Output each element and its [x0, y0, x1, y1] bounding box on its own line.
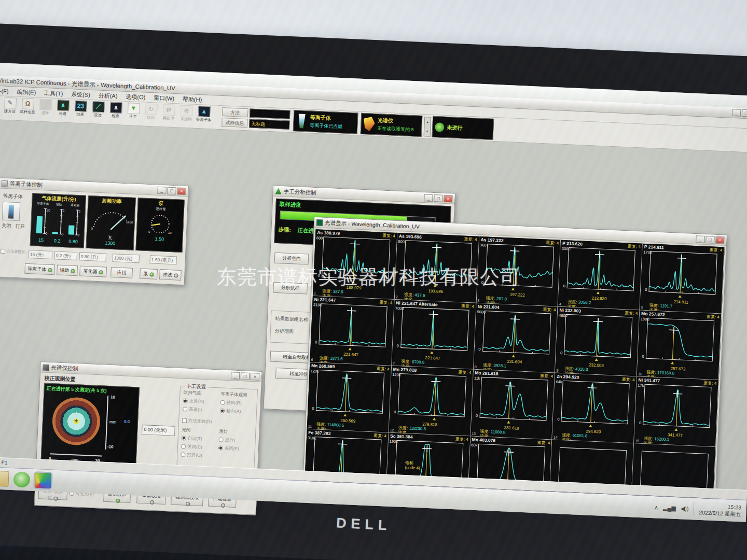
spectrum-cell-8[interactable]: Ni 231.604重复: 456000231.604强度: 3928.1浓度:… [474, 303, 558, 373]
toolbar-button-manual[interactable]: ▼手工 [124, 103, 142, 120]
plasma-param-field-2[interactable]: 0.2 (升) [54, 251, 78, 260]
mercury-lamp-option-1[interactable]: 是(Y) [218, 437, 255, 444]
analyze-blank-button[interactable]: 分析空白 [274, 253, 309, 265]
spm-minimize-button[interactable]: _ [231, 372, 240, 380]
menu-item-8[interactable]: 帮助(H) [179, 94, 206, 104]
cell-index: 10 [638, 372, 642, 376]
toolbar-button-calibrate[interactable]: ⟋校准 [89, 101, 107, 118]
spectra-maximize-button[interactable]: □ [706, 235, 715, 243]
method-params-checkbox[interactable] [1, 249, 5, 254]
toolbar-button-label: 校准 [90, 112, 106, 118]
tray-chevron-icon[interactable]: ∧ [654, 504, 659, 511]
spectrum-cell-2[interactable]: As 193.696重复: 48000193.696强度: 437.6浓度:2 [395, 233, 479, 303]
minimize-button[interactable]: _ [732, 109, 741, 117]
plasma-button-1[interactable]: 等离子体 [24, 263, 55, 275]
maximize-button[interactable]: □ [742, 109, 747, 117]
security-icon[interactable] [13, 471, 30, 487]
menu-item-2[interactable]: 编辑(E) [13, 87, 39, 97]
status-spinner[interactable]: ▲▼ [424, 117, 432, 137]
plasma-minimize-button[interactable]: _ [157, 186, 167, 194]
toolbar-button-inject[interactable]: 进样 [36, 99, 54, 116]
manual-maximize-button[interactable]: □ [434, 194, 443, 202]
plasma-button-6[interactable]: 冲洗 [159, 269, 182, 281]
cell-index: 3 [477, 298, 479, 302]
spectrum-cell-4[interactable]: P 213.620重复: 430000213.620强度: 2056.2浓度:4 [558, 240, 643, 310]
spectra-close-button[interactable]: × [715, 236, 725, 244]
spectrum-cell-3[interactable]: As 197.222重复: 43600197.222强度: 287.8浓度:3 [476, 236, 561, 306]
spm-close-button[interactable]: × [251, 372, 260, 380]
sample-info-field[interactable]: 无标题 [249, 119, 290, 129]
spectrum-cell-7[interactable]: Ni 221.647 Alternate重复: 470000221.647强度:… [392, 299, 476, 369]
toolbar-button-auto[interactable]: ↻自动 [142, 103, 160, 120]
manual-minimize-button[interactable]: _ [424, 194, 433, 202]
manual-window-title: 手工分析控制 [283, 188, 422, 201]
method-field[interactable] [250, 108, 290, 119]
spectrum-cell-5[interactable]: P 214.911重复: 417000214.911强度: 1191.7浓度:5 [640, 244, 725, 314]
network-icon[interactable]: ▂▄▆ [663, 504, 676, 511]
plasma-button-3[interactable]: 雾化器 [79, 265, 107, 277]
spectra-minimize-button[interactable]: _ [696, 235, 705, 243]
spectrum-plot [395, 239, 479, 291]
spectrum-cell-12[interactable]: Mn 279.818重复: 4120k0279.818强度: 118230.8浓… [389, 366, 473, 436]
offset-field[interactable]: 0.00 (毫米) [142, 425, 175, 436]
folder-icon[interactable] [0, 470, 9, 486]
shutter-option-2[interactable]: 关闭(C) [181, 443, 215, 451]
plasma-view-option-2[interactable]: 轴向(A) [220, 408, 256, 415]
method-invalid-checkbox[interactable] [182, 418, 187, 423]
plasma-on-button[interactable]: 打开 [16, 223, 25, 229]
toolbar-button-pump[interactable]: ≋泵控制 [177, 105, 195, 122]
spectrum-cell-13[interactable]: Mo 281.618重复: 411k0281.618强度: 11088.8浓度:… [471, 370, 555, 440]
ymax-label: 4600 [559, 313, 568, 318]
winlab-taskbar-icon[interactable] [34, 472, 51, 488]
torch-icon [2, 202, 21, 221]
mercury-lamp-option-2[interactable]: 关闭(F) [218, 445, 255, 453]
spectrum-cell-11[interactable]: Mn 260.569重复: 4120k0260.569强度: 114808.5浓… [307, 362, 392, 432]
toolbar-button-reprocess[interactable]: ⇄再处理 [159, 104, 177, 121]
purge-option-1[interactable]: 正常(N) [183, 398, 217, 405]
toolbar-button-examine[interactable]: ∧检查 [106, 102, 125, 119]
svg-text:0: 0 [78, 233, 80, 236]
cell-index: 13 [472, 431, 476, 435]
sample-info-label: 试样信息 [222, 118, 248, 128]
toolbar-button-plasma[interactable]: ▲等离子体 [195, 106, 213, 123]
plasma-button-4[interactable]: 应用 [110, 267, 133, 278]
plasma-view-option-1[interactable]: 径向(R) [220, 399, 257, 407]
spectrum-cell-9[interactable]: Ni 232.003重复: 446000232.003强度: 4326.3浓度:… [555, 306, 640, 376]
plasma-button-2[interactable]: 辅助 [57, 264, 78, 276]
menu-item-3[interactable]: 工具(T) [40, 88, 67, 98]
spectrum-cell-14[interactable]: Zn 294.920重复: 464k0294.920强度: 61081.8浓度:… [552, 373, 637, 443]
shutter-option-1[interactable]: 自动(T) [181, 435, 215, 443]
toolbar-button-results[interactable]: 23结果 [72, 100, 90, 117]
spectrum-cell-10[interactable]: Mo 257.672重复: 418000257.672强度: 170169.0浓… [637, 310, 722, 380]
toolbar-button-method[interactable]: ✎建方法 [1, 97, 19, 115]
menu-item-7[interactable]: 窗口(W) [150, 93, 178, 103]
plasma-off-button[interactable]: 关闭 [2, 223, 11, 229]
spectrum-plot [392, 305, 476, 357]
menu-item-4[interactable]: 系统(S) [67, 90, 94, 100]
speaker-icon[interactable]: ◀)) [681, 505, 689, 512]
spm-maximize-button[interactable]: □ [241, 372, 250, 380]
menu-item-6[interactable]: 选项(O) [122, 92, 149, 102]
spectrum-cell-1[interactable]: As 188.979重复: 48000188.979强度: 387.9浓度:1 [313, 229, 397, 299]
plasma-param-field-4[interactable]: 1300 (瓦) [112, 254, 140, 263]
plasma-param-field-1[interactable]: 15 (升) [29, 250, 53, 259]
plasma-param-field-3[interactable]: 0.80 (升) [79, 252, 106, 261]
ymax-label: 310k [308, 435, 316, 440]
toolbar-button-sample-info[interactable]: Ω试样信息 [19, 98, 37, 115]
menu-item-5[interactable]: 分析(A) [95, 91, 121, 101]
plasma-button-5[interactable]: 泵 [140, 268, 158, 279]
plasma-close-button[interactable]: × [177, 187, 186, 195]
menu-item-1[interactable]: 文件(F) [0, 86, 12, 96]
plasma-maximize-button[interactable]: □ [167, 187, 176, 194]
spectrum-cell-15[interactable]: Ni 341.477重复: 417k0341.477强度: 16200.1浓度:… [634, 376, 718, 446]
manual-close-button[interactable]: × [444, 194, 453, 202]
reprocess-icon: ⇄ [162, 104, 175, 116]
toolbar-button-spectrum[interactable]: ∧光谱 [54, 100, 72, 117]
shutter-option-3[interactable]: 打开(O) [181, 452, 215, 459]
tray-clock[interactable]: 15:23 2022/5/12 星期五 [693, 502, 741, 517]
spectrum-cell-6[interactable]: Ni 221.647重复: 421000221.647强度: 1871.6浓度:… [310, 296, 394, 366]
spectrum-plot [313, 235, 397, 287]
plasma-param-field-5[interactable]: 1.50 (毫升) [149, 255, 177, 264]
purge-option-2[interactable]: 高速(I) [183, 406, 217, 414]
analyze-sample-button[interactable]: 分析试样 [273, 282, 308, 295]
